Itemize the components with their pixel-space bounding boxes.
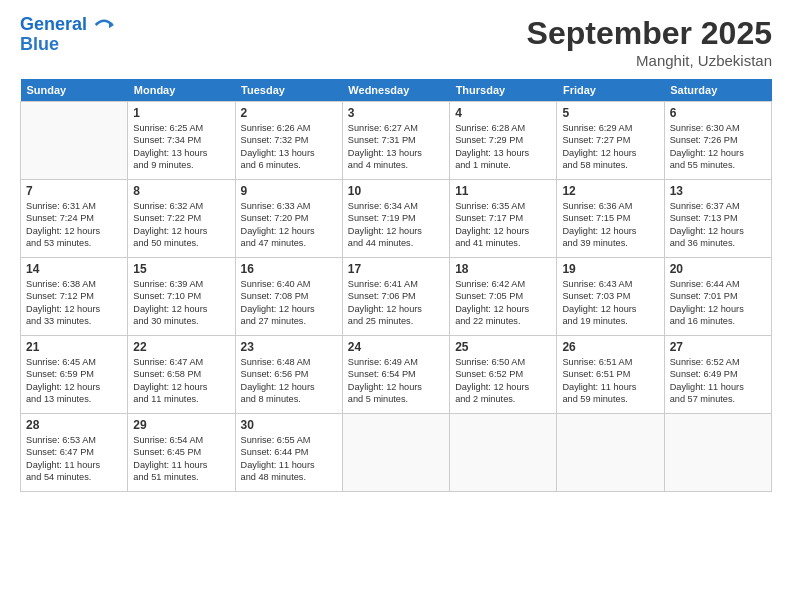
day-info: Sunrise: 6:36 AM Sunset: 7:15 PM Dayligh… bbox=[562, 200, 658, 250]
day-info: Sunrise: 6:39 AM Sunset: 7:10 PM Dayligh… bbox=[133, 278, 229, 328]
calendar-cell: 3Sunrise: 6:27 AM Sunset: 7:31 PM Daylig… bbox=[342, 102, 449, 180]
day-info: Sunrise: 6:37 AM Sunset: 7:13 PM Dayligh… bbox=[670, 200, 766, 250]
day-number: 27 bbox=[670, 340, 766, 354]
day-number: 20 bbox=[670, 262, 766, 276]
day-number: 9 bbox=[241, 184, 337, 198]
calendar-cell: 13Sunrise: 6:37 AM Sunset: 7:13 PM Dayli… bbox=[664, 180, 771, 258]
day-info: Sunrise: 6:50 AM Sunset: 6:52 PM Dayligh… bbox=[455, 356, 551, 406]
calendar-cell: 14Sunrise: 6:38 AM Sunset: 7:12 PM Dayli… bbox=[21, 258, 128, 336]
calendar-cell: 12Sunrise: 6:36 AM Sunset: 7:15 PM Dayli… bbox=[557, 180, 664, 258]
day-number: 14 bbox=[26, 262, 122, 276]
day-number: 13 bbox=[670, 184, 766, 198]
day-info: Sunrise: 6:45 AM Sunset: 6:59 PM Dayligh… bbox=[26, 356, 122, 406]
day-number: 7 bbox=[26, 184, 122, 198]
day-number: 19 bbox=[562, 262, 658, 276]
calendar-body: 1Sunrise: 6:25 AM Sunset: 7:34 PM Daylig… bbox=[21, 102, 772, 492]
week-row-0: 1Sunrise: 6:25 AM Sunset: 7:34 PM Daylig… bbox=[21, 102, 772, 180]
calendar-cell: 10Sunrise: 6:34 AM Sunset: 7:19 PM Dayli… bbox=[342, 180, 449, 258]
calendar-cell: 23Sunrise: 6:48 AM Sunset: 6:56 PM Dayli… bbox=[235, 336, 342, 414]
calendar-cell: 30Sunrise: 6:55 AM Sunset: 6:44 PM Dayli… bbox=[235, 414, 342, 492]
calendar-cell bbox=[342, 414, 449, 492]
calendar-cell bbox=[664, 414, 771, 492]
day-number: 3 bbox=[348, 106, 444, 120]
day-info: Sunrise: 6:31 AM Sunset: 7:24 PM Dayligh… bbox=[26, 200, 122, 250]
calendar-cell: 21Sunrise: 6:45 AM Sunset: 6:59 PM Dayli… bbox=[21, 336, 128, 414]
day-info: Sunrise: 6:30 AM Sunset: 7:26 PM Dayligh… bbox=[670, 122, 766, 172]
calendar-cell bbox=[557, 414, 664, 492]
logo-text: General bbox=[20, 15, 114, 35]
day-info: Sunrise: 6:43 AM Sunset: 7:03 PM Dayligh… bbox=[562, 278, 658, 328]
calendar-cell: 26Sunrise: 6:51 AM Sunset: 6:51 PM Dayli… bbox=[557, 336, 664, 414]
calendar-cell: 6Sunrise: 6:30 AM Sunset: 7:26 PM Daylig… bbox=[664, 102, 771, 180]
day-info: Sunrise: 6:52 AM Sunset: 6:49 PM Dayligh… bbox=[670, 356, 766, 406]
day-info: Sunrise: 6:42 AM Sunset: 7:05 PM Dayligh… bbox=[455, 278, 551, 328]
day-number: 26 bbox=[562, 340, 658, 354]
day-number: 2 bbox=[241, 106, 337, 120]
weekday-header-row: SundayMondayTuesdayWednesdayThursdayFrid… bbox=[21, 79, 772, 102]
weekday-thursday: Thursday bbox=[450, 79, 557, 102]
day-info: Sunrise: 6:27 AM Sunset: 7:31 PM Dayligh… bbox=[348, 122, 444, 172]
day-info: Sunrise: 6:34 AM Sunset: 7:19 PM Dayligh… bbox=[348, 200, 444, 250]
calendar-cell: 4Sunrise: 6:28 AM Sunset: 7:29 PM Daylig… bbox=[450, 102, 557, 180]
day-number: 6 bbox=[670, 106, 766, 120]
page: General Blue September 2025 Manghit, Uzb… bbox=[0, 0, 792, 612]
calendar-cell: 7Sunrise: 6:31 AM Sunset: 7:24 PM Daylig… bbox=[21, 180, 128, 258]
calendar-cell: 28Sunrise: 6:53 AM Sunset: 6:47 PM Dayli… bbox=[21, 414, 128, 492]
day-number: 16 bbox=[241, 262, 337, 276]
calendar-cell: 1Sunrise: 6:25 AM Sunset: 7:34 PM Daylig… bbox=[128, 102, 235, 180]
day-number: 11 bbox=[455, 184, 551, 198]
logo-blue: Blue bbox=[20, 35, 114, 55]
week-row-3: 21Sunrise: 6:45 AM Sunset: 6:59 PM Dayli… bbox=[21, 336, 772, 414]
subtitle: Manghit, Uzbekistan bbox=[527, 52, 772, 69]
week-row-1: 7Sunrise: 6:31 AM Sunset: 7:24 PM Daylig… bbox=[21, 180, 772, 258]
title-block: September 2025 Manghit, Uzbekistan bbox=[527, 15, 772, 69]
day-info: Sunrise: 6:28 AM Sunset: 7:29 PM Dayligh… bbox=[455, 122, 551, 172]
logo-icon bbox=[94, 15, 114, 35]
calendar-cell: 16Sunrise: 6:40 AM Sunset: 7:08 PM Dayli… bbox=[235, 258, 342, 336]
calendar-cell: 15Sunrise: 6:39 AM Sunset: 7:10 PM Dayli… bbox=[128, 258, 235, 336]
day-number: 28 bbox=[26, 418, 122, 432]
day-info: Sunrise: 6:54 AM Sunset: 6:45 PM Dayligh… bbox=[133, 434, 229, 484]
week-row-4: 28Sunrise: 6:53 AM Sunset: 6:47 PM Dayli… bbox=[21, 414, 772, 492]
day-info: Sunrise: 6:55 AM Sunset: 6:44 PM Dayligh… bbox=[241, 434, 337, 484]
calendar-cell: 2Sunrise: 6:26 AM Sunset: 7:32 PM Daylig… bbox=[235, 102, 342, 180]
calendar-cell: 8Sunrise: 6:32 AM Sunset: 7:22 PM Daylig… bbox=[128, 180, 235, 258]
calendar-cell: 27Sunrise: 6:52 AM Sunset: 6:49 PM Dayli… bbox=[664, 336, 771, 414]
day-info: Sunrise: 6:25 AM Sunset: 7:34 PM Dayligh… bbox=[133, 122, 229, 172]
week-row-2: 14Sunrise: 6:38 AM Sunset: 7:12 PM Dayli… bbox=[21, 258, 772, 336]
day-info: Sunrise: 6:48 AM Sunset: 6:56 PM Dayligh… bbox=[241, 356, 337, 406]
calendar-cell: 29Sunrise: 6:54 AM Sunset: 6:45 PM Dayli… bbox=[128, 414, 235, 492]
day-number: 23 bbox=[241, 340, 337, 354]
calendar-cell: 18Sunrise: 6:42 AM Sunset: 7:05 PM Dayli… bbox=[450, 258, 557, 336]
day-info: Sunrise: 6:40 AM Sunset: 7:08 PM Dayligh… bbox=[241, 278, 337, 328]
day-info: Sunrise: 6:47 AM Sunset: 6:58 PM Dayligh… bbox=[133, 356, 229, 406]
logo: General Blue bbox=[20, 15, 114, 55]
day-number: 15 bbox=[133, 262, 229, 276]
day-number: 24 bbox=[348, 340, 444, 354]
day-number: 5 bbox=[562, 106, 658, 120]
month-title: September 2025 bbox=[527, 15, 772, 52]
header: General Blue September 2025 Manghit, Uzb… bbox=[20, 15, 772, 69]
weekday-friday: Friday bbox=[557, 79, 664, 102]
day-info: Sunrise: 6:41 AM Sunset: 7:06 PM Dayligh… bbox=[348, 278, 444, 328]
day-info: Sunrise: 6:53 AM Sunset: 6:47 PM Dayligh… bbox=[26, 434, 122, 484]
day-number: 25 bbox=[455, 340, 551, 354]
calendar-cell: 20Sunrise: 6:44 AM Sunset: 7:01 PM Dayli… bbox=[664, 258, 771, 336]
day-number: 18 bbox=[455, 262, 551, 276]
day-info: Sunrise: 6:38 AM Sunset: 7:12 PM Dayligh… bbox=[26, 278, 122, 328]
weekday-tuesday: Tuesday bbox=[235, 79, 342, 102]
calendar-table: SundayMondayTuesdayWednesdayThursdayFrid… bbox=[20, 79, 772, 492]
calendar-cell: 17Sunrise: 6:41 AM Sunset: 7:06 PM Dayli… bbox=[342, 258, 449, 336]
weekday-sunday: Sunday bbox=[21, 79, 128, 102]
day-number: 29 bbox=[133, 418, 229, 432]
day-info: Sunrise: 6:33 AM Sunset: 7:20 PM Dayligh… bbox=[241, 200, 337, 250]
day-info: Sunrise: 6:35 AM Sunset: 7:17 PM Dayligh… bbox=[455, 200, 551, 250]
day-number: 4 bbox=[455, 106, 551, 120]
weekday-wednesday: Wednesday bbox=[342, 79, 449, 102]
day-number: 8 bbox=[133, 184, 229, 198]
weekday-saturday: Saturday bbox=[664, 79, 771, 102]
day-info: Sunrise: 6:26 AM Sunset: 7:32 PM Dayligh… bbox=[241, 122, 337, 172]
calendar-cell: 9Sunrise: 6:33 AM Sunset: 7:20 PM Daylig… bbox=[235, 180, 342, 258]
calendar-cell: 11Sunrise: 6:35 AM Sunset: 7:17 PM Dayli… bbox=[450, 180, 557, 258]
day-number: 30 bbox=[241, 418, 337, 432]
